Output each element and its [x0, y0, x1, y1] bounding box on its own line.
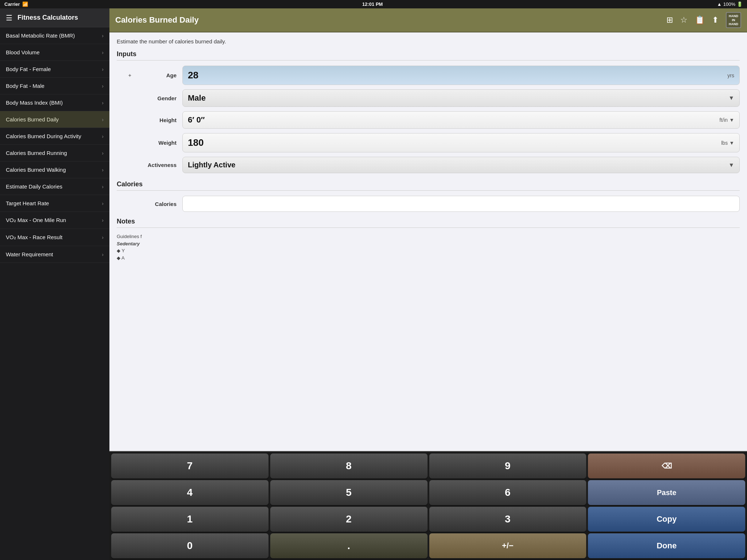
chevron-right-icon: ›: [102, 133, 104, 139]
notes-bullet2: ◆ A: [117, 254, 740, 262]
numpad-btn-copy[interactable]: Copy: [588, 506, 746, 532]
numpad-btn-done[interactable]: Done: [588, 533, 746, 559]
numpad-btn-5[interactable]: 5: [270, 480, 428, 505]
numpad-btn-7[interactable]: 7: [111, 453, 269, 479]
sidebar-item-calories-burned-running[interactable]: Calories Burned Running›: [0, 145, 109, 162]
weight-unit-select[interactable]: lbs ▼: [721, 140, 734, 146]
sidebar-item-label: Body Fat - Female: [6, 66, 51, 72]
chevron-right-icon: ›: [102, 184, 104, 190]
numpad-btn-label-6: 6: [505, 487, 511, 498]
numpad-btn-9[interactable]: 9: [429, 453, 587, 479]
numpad-btn-delete[interactable]: ⌫: [588, 453, 746, 479]
weight-value: 180: [188, 137, 204, 148]
numpad-btn-dot[interactable]: .: [270, 533, 428, 559]
gender-row: Gender Male ▼: [117, 89, 740, 107]
sidebar-item-label: Basal Metabolic Rate (BMR): [6, 32, 75, 39]
numpad-btn-1[interactable]: 1: [111, 506, 269, 532]
activeness-label: Activeness: [117, 162, 182, 168]
numpad-btn-0[interactable]: 0: [111, 533, 269, 559]
sidebar-item-target-heart-rate[interactable]: Target Heart Rate›: [0, 195, 109, 212]
gender-select[interactable]: Male ▼: [182, 89, 740, 107]
activeness-select[interactable]: Lightly Active ▼: [182, 157, 740, 173]
height-label: Height: [117, 117, 182, 123]
numpad-btn-label-3: 3: [505, 513, 511, 525]
sidebar-item-water-requirement[interactable]: Water Requirement›: [0, 246, 109, 263]
chevron-right-icon: ›: [102, 252, 104, 257]
hand-logo-line1: HAND: [729, 14, 738, 18]
sidebar-item-body-fat-female[interactable]: Body Fat - Female›: [0, 61, 109, 78]
numpad-btn-label-9: 9: [505, 460, 511, 472]
activeness-value: Lightly Active: [188, 161, 235, 169]
height-input[interactable]: 6′ 0″ ft/in ▼: [182, 111, 740, 129]
notes-intro-text: Guidelines f: [117, 234, 142, 239]
notes-sedentary: Sedentary: [117, 240, 740, 248]
wifi-icon: 📶: [22, 1, 28, 7]
sidebar-item-calories-burned-walking[interactable]: Calories Burned Walking›: [0, 162, 109, 178]
weight-unit-arrow: ▼: [729, 140, 734, 146]
app-container: ☰ Fitness Calculators Basal Metabolic Ra…: [0, 8, 747, 560]
sidebar-item-body-fat-male[interactable]: Body Fat - Male›: [0, 78, 109, 94]
numpad-btn-4[interactable]: 4: [111, 480, 269, 505]
numpad-btn-label-7: 7: [187, 460, 193, 472]
sidebar-item-label: Calories Burned Running: [6, 150, 67, 156]
battery-icon: 🔋: [737, 1, 743, 7]
chevron-right-icon: ›: [102, 66, 104, 72]
sidebar-item-estimate-daily-calories[interactable]: Estimate Daily Calories›: [0, 178, 109, 195]
header-icons: ⊞ ☆ 📋 ⬆ HAND IN HAND: [666, 12, 741, 28]
chevron-right-icon: ›: [102, 201, 104, 206]
favorite-icon: ✦: [128, 73, 132, 78]
calories-section: Calories Calories: [117, 180, 740, 212]
share-icon[interactable]: ⬆: [712, 15, 719, 25]
sidebar-list: Basal Metabolic Rate (BMR)›Blood Volume›…: [0, 27, 109, 560]
sidebar-item-calories-burned-activity[interactable]: Calories Burned During Activity›: [0, 128, 109, 145]
numpad-btn-label-paste: Paste: [657, 489, 676, 497]
chevron-right-icon: ›: [102, 100, 104, 106]
weight-row: Weight 180 lbs ▼: [117, 133, 740, 152]
numpad-btn-plusminus[interactable]: +/−: [429, 533, 587, 559]
age-label: Age: [117, 72, 182, 78]
activeness-dropdown-icon: ▼: [728, 162, 734, 168]
height-row: Height 6′ 0″ ft/in ▼: [117, 111, 740, 129]
height-unit-arrow: ▼: [729, 117, 734, 123]
sidebar-item-label: Calories Burned Walking: [6, 167, 66, 173]
numpad-btn-2[interactable]: 2: [270, 506, 428, 532]
add-note-icon[interactable]: 📋: [695, 15, 705, 25]
calculator-icon[interactable]: ⊞: [666, 15, 673, 25]
numpad-btn-label-copy: Copy: [657, 514, 677, 524]
height-value: 6′ 0″: [188, 115, 205, 125]
notes-intro: Guidelines f: [117, 233, 740, 240]
sidebar-item-calories-burned-daily[interactable]: Calories Burned Daily›: [0, 111, 109, 128]
sidebar-item-vo2-max-race[interactable]: VO₂ Max - Race Result›: [0, 229, 109, 246]
sidebar-item-label: VO₂ Max - One Mile Run: [6, 217, 66, 223]
hand-logo: HAND IN HAND: [726, 12, 741, 28]
sidebar-item-vo2-max-mile[interactable]: VO₂ Max - One Mile Run›: [0, 212, 109, 229]
numpad-grid: 789⌫456Paste123Copy0.+/−Done: [109, 452, 747, 560]
sidebar-item-blood-volume[interactable]: Blood Volume›: [0, 44, 109, 61]
age-row: ✦ Age 28 yrs: [117, 66, 740, 85]
numpad-btn-label-delete: ⌫: [662, 462, 672, 470]
numpad-btn-3[interactable]: 3: [429, 506, 587, 532]
hamburger-icon[interactable]: ☰: [6, 13, 12, 22]
sidebar-item-bmi[interactable]: Body Mass Index (BMI)›: [0, 94, 109, 111]
chevron-right-icon: ›: [102, 33, 104, 39]
status-right: ▲ 100% 🔋: [717, 1, 743, 7]
gender-label: Gender: [117, 95, 182, 101]
numpad-btn-8[interactable]: 8: [270, 453, 428, 479]
inputs-section-title: Inputs: [117, 50, 740, 61]
signal-icon: ▲: [717, 1, 722, 7]
sidebar: ☰ Fitness Calculators Basal Metabolic Ra…: [0, 8, 109, 560]
numpad-btn-paste[interactable]: Paste: [588, 480, 746, 505]
numpad-btn-6[interactable]: 6: [429, 480, 587, 505]
main-header: Calories Burned Daily ⊞ ☆ 📋 ⬆ HAND IN HA…: [109, 8, 747, 32]
sidebar-item-bmr[interactable]: Basal Metabolic Rate (BMR)›: [0, 27, 109, 44]
inputs-section: Inputs ✦ Age 28 yrs Gender Male ▼: [117, 50, 740, 173]
chevron-right-icon: ›: [102, 150, 104, 156]
notes-section-title: Notes: [117, 218, 740, 228]
carrier-label: Carrier: [4, 1, 20, 7]
height-unit-select[interactable]: ft/in ▼: [720, 117, 734, 123]
calories-result-value: [182, 196, 740, 212]
star-icon[interactable]: ☆: [680, 15, 688, 25]
weight-input[interactable]: 180 lbs ▼: [182, 133, 740, 152]
age-input[interactable]: 28 yrs: [182, 66, 740, 85]
height-unit-label: ft/in: [720, 117, 728, 123]
